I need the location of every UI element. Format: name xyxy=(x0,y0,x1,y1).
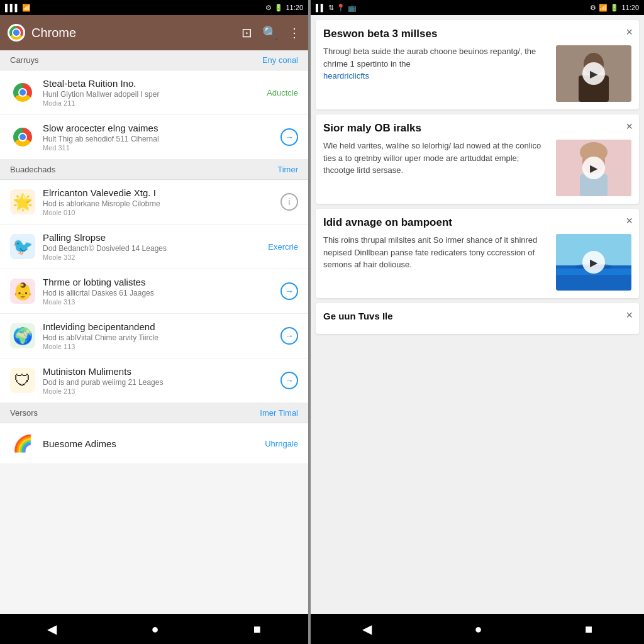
item-action-palling[interactable]: Exercrle xyxy=(268,242,298,252)
right-home-button[interactable]: ● xyxy=(462,617,494,641)
item-title-elrricanton: Elrricanton Valevedie Xtg. I xyxy=(43,187,273,198)
right-scroll-area[interactable]: Beswon beta 3 millses × Througl beta sui… xyxy=(311,15,644,614)
card-image-beswon[interactable]: ▶ xyxy=(556,45,631,102)
chrome-toolbar: Chrome ⊡ 🔍 ⋮ xyxy=(0,15,308,50)
card-title-beswon: Beswon beta 3 millses xyxy=(323,28,631,40)
item-action-steal-beta[interactable]: Aductcle xyxy=(267,88,298,97)
section-carruys-title: Carruys xyxy=(10,55,39,65)
item-subtitle-steal-beta: Hunl Glytion Mallwer adopeil I sper xyxy=(43,90,259,99)
card-close-idid[interactable]: × xyxy=(626,215,633,226)
list-item-steal-beta[interactable]: Steal-beta Ruition Ino. Hunl Glytion Mal… xyxy=(0,70,308,115)
item-meta-mutiniston: Moole 213 xyxy=(43,387,273,395)
play-button-beswon[interactable]: ▶ xyxy=(582,62,605,85)
left-status-bar: ▌▌▌ 📶 ⚙ 🔋 11:20 xyxy=(0,0,308,15)
play-button-sior[interactable]: ▶ xyxy=(582,157,605,179)
item-meta-slow-arocecter: Med 311 xyxy=(43,144,273,152)
item-action-intleviding[interactable]: → xyxy=(280,327,298,345)
left-scroll-area[interactable]: Carruys Eny conal Steal-beta Ruition Ino… xyxy=(0,50,308,614)
item-subtitle-mutiniston: Dod is and purab weiimg 21 Leages xyxy=(43,378,273,387)
item-subtitle-palling: Dod Bedanch© Dosiveled 14 Leages xyxy=(43,244,260,253)
right-settings-icon: ⚙ xyxy=(590,4,596,12)
item-title-slow-arocecter: Slow arocecter elng vaimes xyxy=(43,123,273,133)
right-time-display: 11:20 xyxy=(621,4,639,11)
section-carruys-header: Carruys Eny conal xyxy=(0,50,308,70)
item-title-intleviding: Intleviding becipentandend xyxy=(43,321,273,332)
right-signal-icon: ▌▌ xyxy=(316,4,326,11)
item-action-mutiniston[interactable]: → xyxy=(280,372,298,389)
item-icon-slow-arocecter xyxy=(10,125,35,150)
list-item-mutiniston[interactable]: 🛡 Mutiniston Muliments Dod is and purab … xyxy=(0,358,308,403)
news-card-partial: Ge uun Tuvs Ile × xyxy=(316,303,639,334)
item-action-thrme[interactable]: → xyxy=(280,282,298,300)
back-button[interactable]: ◀ xyxy=(35,616,69,641)
item-icon-elrricanton: 🌟 xyxy=(10,189,35,214)
list-item-elrricanton[interactable]: 🌟 Elrricanton Valevedie Xtg. I Hod is ab… xyxy=(0,180,308,225)
status-bar-right: ⚙ 🔋 11:20 xyxy=(265,4,303,12)
right-cast-icon: 📺 xyxy=(348,4,357,12)
card-title-partial: Ge uun Tuvs Ile xyxy=(323,311,631,321)
item-icon-steal-beta xyxy=(10,80,35,105)
card-close-partial[interactable]: × xyxy=(626,309,633,321)
card-link-beswon[interactable]: heardriclicfts xyxy=(323,71,369,80)
list-item-thrme[interactable]: 👶 Thrme or lobting valistes Hod is allic… xyxy=(0,269,308,314)
item-meta-elrricanton: Moole 010 xyxy=(43,209,273,216)
card-text-sior: Wle held varites, walihe so lelorhig/ la… xyxy=(323,140,550,196)
item-subtitle-thrme: Hod is allicrtal Daskes 61 Jaages xyxy=(43,289,273,297)
tab-icon[interactable]: ⊡ xyxy=(242,25,252,40)
item-meta-thrme: Moale 313 xyxy=(43,298,273,306)
card-image-idid[interactable]: ▶ xyxy=(556,234,631,291)
list-item-palling[interactable]: 🐦 Palling Slropse Dod Bedanch© Dosiveled… xyxy=(0,225,308,269)
item-meta-intleviding: Moole 113 xyxy=(43,343,273,350)
play-button-idid[interactable]: ▶ xyxy=(582,251,605,274)
right-recents-button[interactable]: ■ xyxy=(572,617,605,641)
item-subtitle-elrricanton: Hod is ablorkane Misrople Cilobrne xyxy=(43,199,273,208)
section-versors-title: Versors xyxy=(10,408,38,418)
recents-button[interactable]: ■ xyxy=(241,617,274,641)
item-action-buesome[interactable]: Uhrngale xyxy=(265,439,298,448)
section-buadechads-title: Buadechads xyxy=(10,165,55,174)
section-carruys-action[interactable]: Eny conal xyxy=(262,55,298,65)
left-bottom-nav: ◀ ● ■ xyxy=(0,614,308,644)
list-item-intleviding[interactable]: 🌍 Intleviding becipentandend Hod is ablV… xyxy=(0,314,308,358)
right-status-bar-right: ⚙ 📶 🔋 11:20 xyxy=(590,4,639,12)
card-body-idid: This roins thrupal milsites anit So irme… xyxy=(323,234,631,291)
home-button[interactable]: ● xyxy=(138,617,171,641)
status-bar-left-icons: ▌▌▌ 📶 xyxy=(5,4,31,12)
section-buadechads-header: Buadechads Timer xyxy=(0,160,308,180)
card-close-sior[interactable]: × xyxy=(626,121,633,132)
right-back-button[interactable]: ◀ xyxy=(350,616,384,641)
card-text-beswon: Througl beta suide the aurab choone beui… xyxy=(323,45,550,102)
right-wifi-icon: 📶 xyxy=(599,4,608,12)
app-title: Chrome xyxy=(31,26,235,40)
chrome-logo-icon xyxy=(8,24,25,42)
left-panel: ▌▌▌ 📶 ⚙ 🔋 11:20 Chrome ⊡ 🔍 ⋮ xyxy=(0,0,308,644)
item-title-mutiniston: Mutiniston Muliments xyxy=(43,366,273,377)
item-subtitle-intleviding: Hod is ablViital Chime arvity Tiircle xyxy=(43,333,273,342)
item-meta-steal-beta: Modia 211 xyxy=(43,99,259,107)
item-content-palling: Palling Slropse Dod Bedanch© Dosiveled 1… xyxy=(43,232,260,261)
list-item-slow-arocecter[interactable]: Slow arocecter elng vaimes Hult Thig ab … xyxy=(0,115,308,160)
item-title-buesome: Buesome Adimes xyxy=(43,438,257,449)
section-buadechads-action[interactable]: Timer xyxy=(277,165,298,174)
more-options-icon[interactable]: ⋮ xyxy=(288,25,301,40)
battery-icon: 🔋 xyxy=(274,4,283,12)
wifi-icon: 📶 xyxy=(22,4,31,12)
item-icon-thrme: 👶 xyxy=(10,279,35,304)
card-body-beswon: Througl beta suide the aurab choone beui… xyxy=(323,45,631,102)
item-title-thrme: Thrme or lobting valistes xyxy=(43,277,273,287)
item-action-elrricanton[interactable]: i xyxy=(280,193,298,211)
item-title-palling: Palling Slropse xyxy=(43,232,260,243)
list-item-buesome[interactable]: 🌈 Buesome Adimes Uhrngale xyxy=(0,423,308,464)
time-display: 11:20 xyxy=(286,4,303,11)
right-location-icon: 📍 xyxy=(336,4,345,12)
item-content-steal-beta: Steal-beta Ruition Ino. Hunl Glytion Mal… xyxy=(43,78,259,107)
item-icon-palling: 🐦 xyxy=(10,234,35,259)
item-content-thrme: Thrme or lobting valistes Hod is allicrt… xyxy=(43,277,273,306)
card-image-sior[interactable]: ▶ xyxy=(556,140,631,196)
card-body-sior: Wle held varites, walihe so lelorhig/ la… xyxy=(323,140,631,196)
section-versors-header: Versors Imer Timal xyxy=(0,403,308,423)
search-icon[interactable]: 🔍 xyxy=(262,25,278,40)
section-versors-action[interactable]: Imer Timal xyxy=(260,408,298,418)
item-action-slow-arocecter[interactable]: → xyxy=(280,128,298,146)
card-close-beswon[interactable]: × xyxy=(626,26,633,38)
